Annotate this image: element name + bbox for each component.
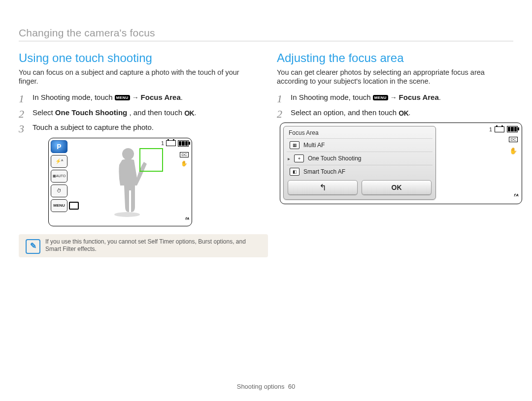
crosshair-icon: ⌖ — [294, 154, 304, 162]
panel-row-label: One Touch Shooting — [308, 155, 362, 162]
menu-top-status: 1 — [489, 126, 518, 132]
battery-icon — [178, 140, 189, 147]
focus-area-menu-figure: 1 DC ✋ ᶠᴬ Focus Area ▦ Multi AF ⌖ — [280, 123, 522, 204]
panel-row-multi-af[interactable]: ▦ Multi AF — [287, 138, 432, 152]
remaining-count: 1 — [489, 126, 492, 132]
period: . — [439, 93, 441, 101]
menu-right-icons: DC ✋ — [509, 137, 518, 154]
mode-p-icon: P — [51, 140, 67, 153]
right-step-1: In Shooting mode, touch MENU → Focus Are… — [277, 93, 513, 102]
menu-icon: MENU — [373, 95, 388, 100]
right-intro: You can get clearer photos by selecting … — [277, 68, 513, 86]
camera-preview-figure: 1 P ⚡ᴬ ▦AUTO ⏱ MENU DC ✋ — [48, 138, 192, 226]
wb-auto-icon: ▦AUTO — [51, 170, 67, 183]
right-section-title: Adjusting the focus area — [277, 51, 513, 65]
footer-page: 60 — [288, 383, 295, 390]
arrow-icon: → — [132, 93, 141, 101]
step-text: Touch a subject to capture the photo. — [33, 123, 154, 131]
camera-left-icons: P ⚡ᴬ ▦AUTO ⏱ MENU — [51, 140, 67, 212]
camera-right-icons: DC ✋ — [180, 152, 189, 167]
svg-point-0 — [122, 148, 134, 160]
ok-button[interactable]: OK — [362, 180, 432, 195]
focus-area-label: Focus Area — [141, 93, 181, 101]
panel-row-smart-touch[interactable]: ◧ Smart Touch AF — [287, 165, 432, 178]
ok-icon: OK — [184, 109, 194, 118]
film-icon — [495, 126, 504, 132]
footer-label: Shooting options — [237, 383, 285, 390]
panel-title: Focus Area — [287, 128, 432, 138]
right-step-2: Select an option, and then touch OK. — [277, 108, 513, 118]
panel-row-one-touch[interactable]: ⌖ One Touch Shooting — [287, 152, 432, 165]
period: . — [194, 108, 196, 117]
step-text: In Shooting mode, touch — [291, 93, 373, 101]
back-button[interactable]: ↰ — [288, 180, 358, 195]
focus-box — [139, 148, 163, 172]
right-steps: In Shooting mode, touch MENU → Focus Are… — [277, 93, 513, 118]
period: . — [408, 108, 410, 117]
smart-icon: ◧ — [290, 168, 299, 176]
left-intro: You can focus on a subject and capture a… — [19, 68, 255, 86]
film-icon — [166, 140, 176, 146]
breadcrumb: Changing the camera's focus — [19, 27, 513, 39]
step-text: Select — [33, 108, 55, 117]
menu-bottom-right: ᶠᴬ — [513, 193, 518, 200]
dc-icon: DC — [180, 152, 189, 157]
camera-bottom-right: ᶠᴬ — [185, 216, 189, 223]
ois-icon: ✋ — [509, 147, 517, 154]
camera-top-status: 1 — [161, 140, 189, 147]
left-step-2: Select One Touch Shooting , and then tou… — [19, 108, 255, 118]
divider — [19, 41, 513, 41]
flash-auto-icon: ⚡ᴬ — [51, 155, 67, 168]
one-touch-label: One Touch Shooting — [55, 108, 127, 117]
panel-row-label: Multi AF — [303, 142, 325, 149]
dc-icon: DC — [509, 137, 518, 142]
right-column: Adjusting the focus area You can get cle… — [277, 51, 513, 257]
arrow-icon: → — [390, 93, 399, 101]
menu-icon: MENU — [115, 95, 130, 100]
note-callout: ✎ If you use this function, you cannot s… — [19, 234, 268, 257]
left-steps: In Shooting mode, touch MENU → Focus Are… — [19, 93, 255, 132]
period: . — [181, 93, 183, 101]
gallery-icon — [69, 202, 79, 210]
ok-icon: OK — [399, 109, 408, 118]
left-column: Using one touch shooting You can focus o… — [19, 51, 255, 257]
self-timer-icon: ⏱ — [51, 185, 67, 197]
grid-icon: ▦ — [290, 141, 299, 149]
step-text: Select an option, and then touch — [291, 108, 399, 117]
focus-area-label: Focus Area — [399, 93, 439, 101]
ois-icon: ✋ — [181, 160, 188, 167]
battery-icon — [507, 126, 518, 132]
back-arrow-icon: ↰ — [319, 182, 327, 193]
panel-row-label: Smart Touch AF — [303, 168, 345, 175]
svg-point-1 — [114, 212, 140, 217]
page-footer: Shooting options 60 — [0, 383, 532, 390]
step-text: , and then touch — [129, 108, 184, 117]
focus-area-panel: Focus Area ▦ Multi AF ⌖ One Touch Shooti… — [283, 126, 436, 200]
left-section-title: Using one touch shooting — [19, 51, 255, 65]
note-icon: ✎ — [26, 239, 40, 254]
remaining-count: 1 — [161, 140, 164, 146]
left-step-3: Touch a subject to capture the photo. — [19, 123, 255, 132]
ok-label: OK — [392, 184, 402, 191]
note-text: If you use this function, you cannot set… — [45, 238, 246, 253]
step-text: In Shooting mode, touch — [33, 93, 115, 101]
menu-icon: MENU — [51, 199, 67, 212]
left-step-1: In Shooting mode, touch MENU → Focus Are… — [19, 93, 255, 102]
